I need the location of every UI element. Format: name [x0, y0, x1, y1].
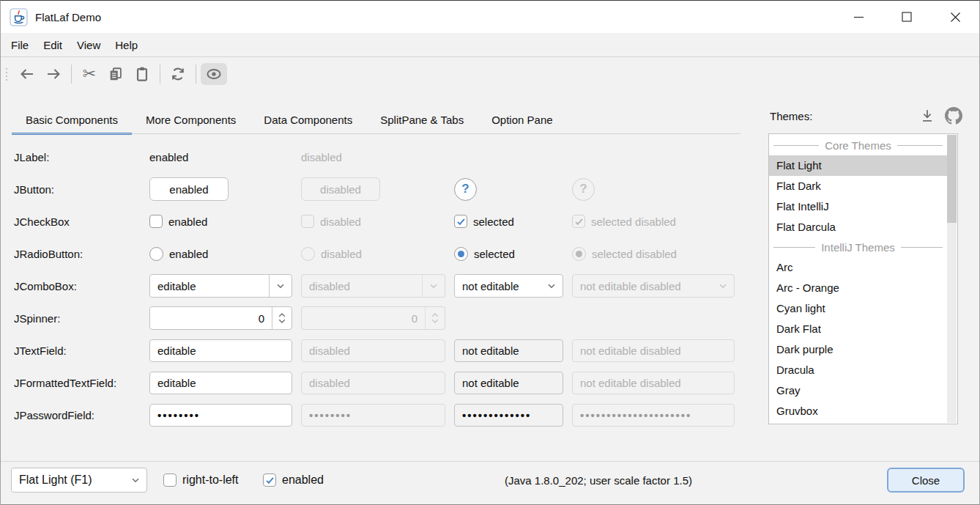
show-toggle-button[interactable]: [201, 63, 227, 85]
spinner-disabled: 0: [301, 306, 445, 330]
theme-item-flat-intellij[interactable]: Flat IntelliJ: [769, 196, 947, 217]
close-button[interactable]: Close: [887, 468, 965, 493]
component-tabs: Basic Components More Components Data Co…: [12, 108, 567, 135]
menu-help[interactable]: Help: [108, 36, 145, 54]
spinner-enabled[interactable]: 0: [149, 306, 292, 330]
back-icon: [18, 65, 36, 83]
textfield-not-editable-disabled: not editable disabled: [572, 339, 735, 362]
menu-file[interactable]: File: [4, 36, 36, 54]
jlabel-row-label: JLabel:: [14, 151, 141, 163]
github-icon[interactable]: [945, 107, 962, 128]
theme-item-arc[interactable]: Arc: [769, 257, 947, 278]
back-button[interactable]: [14, 63, 40, 85]
checkbox-selected-disabled: selected disabled: [572, 215, 735, 228]
radio-selected-disabled: selected disabled: [572, 247, 735, 261]
checkmark-icon: [265, 476, 275, 485]
themes-list[interactable]: Core Themes Flat Light Flat Dark Flat In…: [768, 133, 958, 424]
radio-disabled: disabled: [301, 247, 445, 261]
look-and-feel-combobox[interactable]: Flat Light (F1): [11, 468, 147, 493]
jformattedtextfield-row-label: JFormattedTextField:: [14, 377, 141, 389]
theme-item-flat-dark[interactable]: Flat Dark: [769, 176, 947, 196]
combobox-editable[interactable]: editable: [149, 274, 292, 298]
formatted-textfield-editable[interactable]: editable: [149, 372, 292, 394]
chevron-down-icon: [428, 281, 439, 291]
statusbar-separator: [1, 461, 979, 462]
maximize-button[interactable]: [883, 1, 931, 33]
checkbox-box: [301, 215, 314, 228]
checkbox-box: [163, 473, 177, 487]
enabled-button[interactable]: enabled: [149, 177, 229, 201]
toolbar-grip[interactable]: [6, 68, 7, 81]
textfield-editable[interactable]: editable: [149, 339, 292, 362]
combobox-not-editable-disabled: not editable disabled: [572, 274, 735, 298]
checkbox-box: [572, 215, 585, 228]
toolbar-separator: [196, 64, 196, 84]
themes-toolbar: [919, 107, 962, 128]
cut-icon: ✂: [83, 66, 96, 82]
toolbar-separator: [71, 64, 72, 84]
theme-item-dark-flat[interactable]: Dark Flat: [769, 319, 947, 339]
tab-basic-components[interactable]: Basic Components: [12, 108, 132, 135]
radio-selected[interactable]: selected: [454, 247, 563, 261]
jlabel-enabled: enabled: [149, 151, 292, 163]
theme-item-flat-light[interactable]: Flat Light: [769, 155, 947, 176]
scrollbar-thumb[interactable]: [947, 135, 957, 223]
java-coffee-cup-icon: [10, 8, 28, 26]
theme-item-gruvbox[interactable]: Gruvbox: [769, 401, 947, 421]
themes-scrollbar[interactable]: [947, 135, 957, 423]
title-bar: FlatLaf Demo: [1, 1, 979, 33]
menu-view[interactable]: View: [70, 36, 108, 54]
formatted-textfield-not-editable-disabled: not editable disabled: [572, 372, 735, 394]
textfield-not-editable: not editable: [454, 339, 563, 362]
passwordfield-not-editable-disabled: •••••••••••••••••••••: [572, 404, 735, 427]
right-to-left-checkbox[interactable]: right-to-left: [163, 473, 238, 487]
window-title: FlatLaf Demo: [35, 11, 101, 23]
theme-item-flat-darcula[interactable]: Flat Darcula: [769, 217, 947, 237]
checkbox-enabled[interactable]: enabled: [149, 215, 292, 228]
combobox-not-editable[interactable]: not editable: [454, 274, 563, 298]
checkbox-box: [149, 215, 163, 228]
checkbox-selected[interactable]: selected: [454, 215, 563, 228]
tab-data-components[interactable]: Data Components: [250, 108, 366, 135]
disabled-button: disabled: [301, 177, 380, 201]
paste-button[interactable]: [129, 63, 155, 85]
enabled-checkbox[interactable]: enabled: [263, 473, 324, 487]
tab-option-pane[interactable]: Option Pane: [478, 108, 566, 135]
passwordfield-disabled: ••••••••: [301, 404, 445, 427]
checkbox-disabled: disabled: [301, 215, 445, 228]
theme-item-dark-purple[interactable]: Dark purple: [769, 339, 947, 360]
minimize-icon: [853, 12, 864, 23]
spinner-up-down-icons[interactable]: [272, 312, 292, 325]
theme-item-gray[interactable]: Gray: [769, 380, 947, 401]
chevron-down-icon: [275, 281, 286, 291]
theme-item-dracula[interactable]: Dracula: [769, 360, 947, 380]
theme-item-arc-orange[interactable]: Arc - Orange: [769, 278, 947, 298]
forward-button[interactable]: [40, 63, 67, 85]
jpasswordfield-row-label: JPasswordField:: [14, 409, 141, 421]
theme-item-cyan-light[interactable]: Cyan light: [769, 298, 947, 319]
toolbar: ✂: [1, 58, 979, 90]
menu-edit[interactable]: Edit: [36, 36, 70, 54]
checkbox-box: [454, 215, 467, 228]
forward-icon: [45, 65, 62, 83]
close-window-button[interactable]: [931, 1, 979, 33]
tab-more-components[interactable]: More Components: [132, 108, 250, 135]
passwordfield-editable[interactable]: ••••••••: [149, 404, 292, 427]
cut-button[interactable]: ✂: [76, 63, 103, 85]
radio-circle: [572, 247, 586, 261]
help-button[interactable]: ?: [454, 178, 477, 201]
download-icon[interactable]: [919, 108, 935, 127]
toolbar-separator: [160, 64, 160, 84]
chevron-down-icon: [718, 281, 728, 291]
tab-splitpane-tabs[interactable]: SplitPane & Tabs: [366, 108, 478, 135]
java-version-status: (Java 1.8.0_202; user scale factor 1.5): [505, 474, 692, 487]
radio-circle: [149, 247, 163, 261]
tabs-underline: [12, 133, 740, 134]
radio-enabled[interactable]: enabled: [149, 247, 292, 261]
refresh-button[interactable]: [165, 63, 191, 85]
passwordfield-not-editable: •••••••••••••: [454, 404, 563, 427]
minimize-button[interactable]: [834, 1, 883, 33]
menu-bar: File Edit View Help: [1, 33, 979, 57]
copy-button[interactable]: [103, 63, 129, 85]
jlabel-disabled: disabled: [301, 151, 445, 163]
